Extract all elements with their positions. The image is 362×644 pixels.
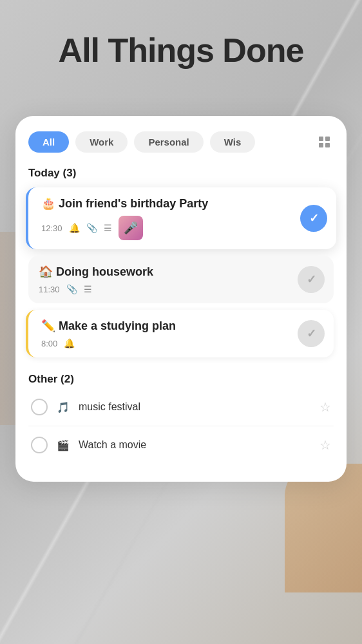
task-item: ✏️ Make a studying plan 8:00 ✓ [26, 310, 334, 357]
bell-icon [69, 223, 80, 233]
task-thumbnail [119, 216, 143, 240]
main-card: All Work Personal Wis Today (3) 🎂 Join f… [15, 116, 347, 482]
task-time: 8:00 [41, 339, 57, 348]
star-button[interactable]: ☆ [319, 399, 331, 415]
other-task-item: 🎬 Watch a movie ☆ [28, 426, 334, 464]
today-header: Today (3) [28, 167, 334, 180]
other-task-title: music festival [79, 401, 310, 413]
other-section: Other (2) 🎵 music festival ☆ 🎬 Watch a m… [28, 373, 334, 464]
check-icon: ✓ [307, 327, 316, 341]
task-item: 🎂 Join friend's birthday Party 12:30 ✓ [26, 187, 336, 249]
today-task-list: 🎂 Join friend's birthday Party 12:30 ✓ 🏠… [28, 187, 334, 357]
grid-dot-2 [325, 137, 330, 141]
star-button[interactable]: ☆ [319, 437, 331, 453]
app-title: All Things Done [0, 31, 362, 70]
check-icon: ✓ [307, 272, 316, 287]
list-icon [104, 223, 112, 233]
grid-dot-3 [319, 143, 323, 147]
grid-view-button[interactable] [315, 133, 334, 151]
task-emoji: 🏠 [39, 265, 53, 278]
task-radio-button[interactable] [31, 399, 48, 415]
task-time: 11:30 [39, 285, 60, 294]
task-meta: 8:00 [41, 338, 323, 348]
bell-icon [64, 338, 75, 348]
task-title: 🏠 Doing housework [39, 265, 323, 279]
task-emoji: 🎂 [41, 197, 55, 210]
other-task-title: Watch a movie [79, 439, 310, 451]
task-radio-button[interactable] [31, 437, 48, 453]
tab-work[interactable]: Work [75, 131, 128, 153]
bg-basket-decoration [285, 464, 362, 592]
tab-all[interactable]: All [28, 131, 69, 153]
task-emoji: 🎬 [57, 439, 70, 451]
clip-icon [66, 284, 77, 294]
task-check-button[interactable]: ✓ [298, 266, 325, 293]
task-emoji: ✏️ [41, 319, 55, 332]
task-time: 12:30 [41, 223, 62, 233]
grid-dot-1 [319, 137, 323, 141]
filter-tabs: All Work Personal Wis [28, 131, 334, 153]
other-header: Other (2) [28, 373, 334, 386]
task-check-button[interactable]: ✓ [300, 205, 327, 232]
clip-icon [86, 223, 97, 233]
task-title: ✏️ Make a studying plan [41, 319, 323, 333]
task-title: 🎂 Join friend's birthday Party [41, 196, 326, 211]
other-task-item: 🎵 music festival ☆ [28, 388, 334, 426]
task-item: 🏠 Doing housework 11:30 ✓ [28, 256, 334, 303]
task-check-button[interactable]: ✓ [298, 320, 325, 347]
task-emoji: 🎵 [57, 401, 70, 413]
tab-personal[interactable]: Personal [134, 131, 203, 153]
tab-wish[interactable]: Wis [210, 131, 256, 153]
task-meta: 11:30 [39, 284, 323, 294]
check-icon: ✓ [309, 211, 319, 225]
grid-dot-4 [325, 143, 330, 147]
list-icon [84, 284, 92, 294]
task-meta: 12:30 [41, 216, 326, 240]
